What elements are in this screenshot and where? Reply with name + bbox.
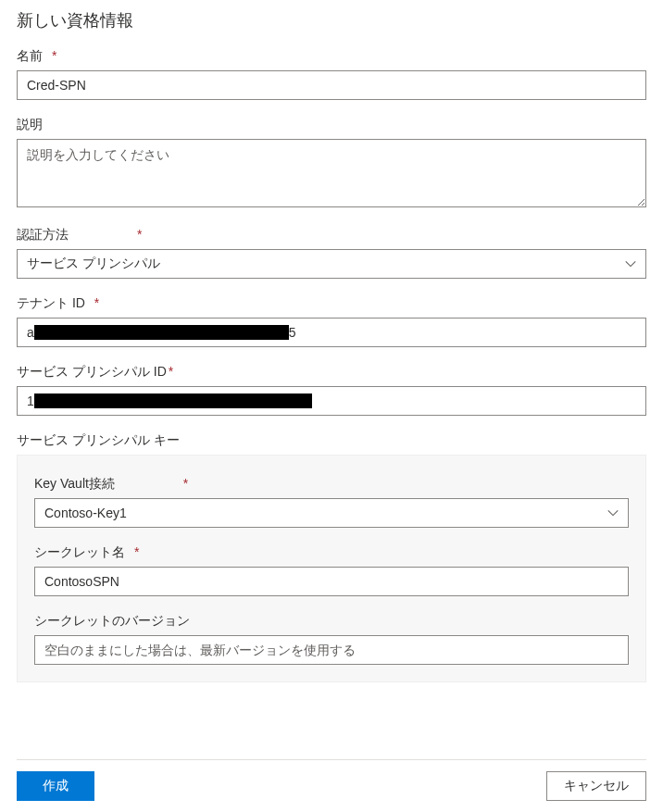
sp-id-label: サービス プリンシパル ID* <box>17 364 646 381</box>
tenant-id-prefix: a <box>27 325 34 340</box>
name-label: 名前 * <box>17 48 646 65</box>
secret-name-label-text: シークレット名 <box>34 544 125 559</box>
secret-name-input[interactable] <box>34 567 629 596</box>
field-name: 名前 * <box>17 48 646 100</box>
secret-version-label: シークレットのバージョン <box>34 613 629 630</box>
field-description: 説明 <box>17 117 646 210</box>
cancel-button[interactable]: キャンセル <box>546 771 646 801</box>
key-vault-select[interactable]: Contoso-Key1 <box>34 498 629 528</box>
field-key-vault: Key Vault接続 * Contoso-Key1 <box>34 476 629 528</box>
redacted-bar <box>34 325 289 340</box>
field-auth-method: 認証方法 * サービス プリンシパル <box>17 227 646 279</box>
key-vault-value: Contoso-Key1 <box>44 506 127 520</box>
field-tenant-id: テナント ID * a 5 <box>17 295 646 347</box>
auth-method-select[interactable]: サービス プリンシパル <box>17 249 646 279</box>
sp-key-label: サービス プリンシパル キー <box>17 432 646 449</box>
field-secret-version: シークレットのバージョン <box>34 613 629 665</box>
tenant-id-label: テナント ID * <box>17 295 646 312</box>
auth-method-label: 認証方法 * <box>17 227 646 244</box>
required-indicator: * <box>169 364 173 379</box>
secret-version-input[interactable] <box>34 635 629 665</box>
description-input[interactable] <box>17 139 646 207</box>
tenant-id-label-text: テナント ID <box>17 295 85 310</box>
secret-name-label: シークレット名 * <box>34 544 629 561</box>
create-button[interactable]: 作成 <box>17 771 94 801</box>
field-secret-name: シークレット名 * <box>34 544 629 596</box>
redacted-bar <box>34 394 312 408</box>
page-title: 新しい資格情報 <box>17 9 646 31</box>
required-indicator: * <box>52 48 56 63</box>
name-label-text: 名前 <box>17 48 43 63</box>
tenant-id-input[interactable]: a 5 <box>17 318 646 347</box>
key-vault-label: Key Vault接続 * <box>34 476 629 493</box>
sp-id-prefix: 1 <box>27 394 34 408</box>
footer: 作成 キャンセル <box>17 759 646 801</box>
key-vault-label-text: Key Vault接続 <box>34 476 115 491</box>
description-label: 説明 <box>17 117 646 133</box>
required-indicator: * <box>137 227 142 242</box>
tenant-id-suffix: 5 <box>289 325 296 340</box>
sp-id-label-text: サービス プリンシパル ID <box>17 364 167 379</box>
field-sp-id: サービス プリンシパル ID* 1 <box>17 364 646 416</box>
sp-key-section: Key Vault接続 * Contoso-Key1 シークレット名 * シーク… <box>17 455 646 682</box>
auth-method-value: サービス プリンシパル <box>27 256 160 272</box>
name-input[interactable] <box>17 70 646 100</box>
field-sp-key: サービス プリンシパル キー Key Vault接続 * Contoso-Key… <box>17 432 646 682</box>
auth-method-label-text: 認証方法 <box>17 227 69 242</box>
sp-id-input[interactable]: 1 <box>17 386 646 416</box>
required-indicator: * <box>183 476 188 491</box>
required-indicator: * <box>94 295 99 310</box>
required-indicator: * <box>134 544 139 559</box>
